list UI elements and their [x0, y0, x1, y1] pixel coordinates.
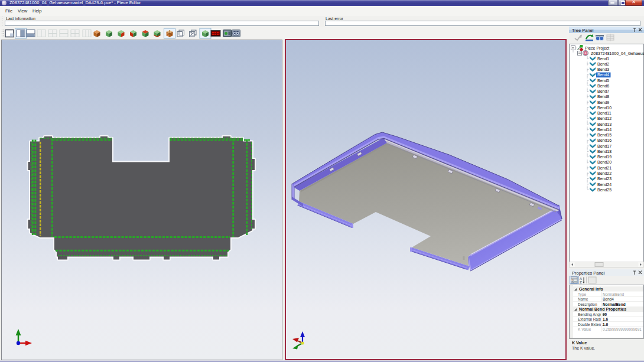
- svg-text:External Radi.: External Radi.: [578, 317, 602, 321]
- svg-text:Bend19: Bend19: [597, 155, 612, 159]
- svg-text:Bend9: Bend9: [597, 100, 609, 105]
- svg-text:Bend2: Bend2: [597, 62, 609, 66]
- svg-text:The K value.: The K value.: [572, 346, 595, 350]
- svg-text:Z08372481000_04_Gehaeusema: Z08372481000_04_Gehaeusema: [591, 51, 644, 56]
- svg-text:Bend15: Bend15: [597, 133, 612, 137]
- svg-text:Normal Bend Properties: Normal Bend Properties: [579, 307, 626, 312]
- svg-text:Bend14: Bend14: [597, 128, 612, 132]
- svg-text:Bend13: Bend13: [597, 122, 612, 126]
- svg-text:NormalBend: NormalBend: [603, 302, 626, 306]
- svg-text:Bend22: Bend22: [597, 171, 612, 175]
- svg-text:Z: Z: [580, 281, 582, 284]
- svg-text:Bend4: Bend4: [603, 297, 614, 301]
- svg-text:Bend6: Bend6: [597, 84, 609, 88]
- svg-text:NormalBend: NormalBend: [603, 292, 625, 296]
- svg-text:Type: Type: [578, 292, 586, 297]
- svg-text:K Value: K Value: [572, 341, 587, 345]
- svg-text:Tree Panel: Tree Panel: [572, 28, 594, 33]
- svg-text:Bend21: Bend21: [597, 166, 612, 170]
- svg-text:Bend4: Bend4: [597, 73, 609, 77]
- svg-text:Double Extens: Double Extens: [578, 322, 603, 327]
- svg-text:Bend3: Bend3: [597, 67, 609, 71]
- svg-text:Bend25: Bend25: [597, 188, 612, 192]
- svg-text:Bend11: Bend11: [597, 111, 612, 115]
- svg-text:Bending Angle: Bending Angle: [578, 312, 603, 317]
- svg-text:Bend8: Bend8: [597, 94, 609, 99]
- svg-text:1.6: 1.6: [603, 317, 608, 321]
- svg-text:Bend16: Bend16: [597, 138, 612, 142]
- svg-text:Bend5: Bend5: [597, 79, 609, 83]
- svg-text:Bend20: Bend20: [597, 160, 612, 164]
- svg-text:Bend17: Bend17: [597, 144, 612, 148]
- svg-text:Bend12: Bend12: [597, 116, 612, 120]
- svg-text:1.6: 1.6: [603, 322, 608, 327]
- svg-text:Bend1: Bend1: [597, 57, 609, 61]
- svg-text:K Value: K Value: [578, 327, 591, 331]
- svg-text:General Info: General Info: [579, 287, 603, 291]
- svg-text:90: 90: [603, 312, 607, 317]
- svg-text:Bend7: Bend7: [597, 89, 609, 93]
- svg-text:0.26999999999999691: 0.26999999999999691: [603, 327, 642, 331]
- svg-text:Bend10: Bend10: [597, 106, 612, 110]
- svg-text:Properties Panel: Properties Panel: [572, 270, 605, 276]
- svg-text:Bend24: Bend24: [597, 182, 612, 187]
- svg-text:Bend23: Bend23: [597, 177, 612, 181]
- svg-text:Description: Description: [578, 302, 597, 307]
- svg-text:Name: Name: [578, 297, 588, 301]
- svg-text:Bend18: Bend18: [597, 149, 612, 154]
- svg-text:Piece Project: Piece Project: [585, 46, 609, 51]
